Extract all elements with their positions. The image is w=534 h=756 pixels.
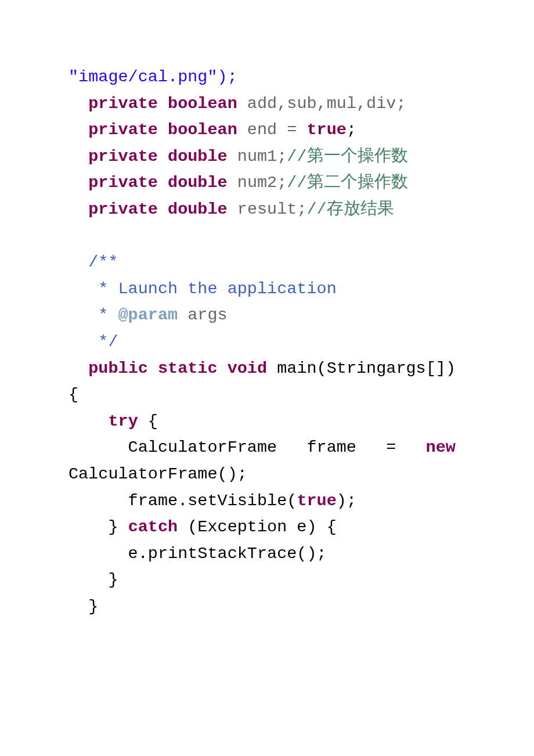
code-line-4: private double num1;//第一个操作数 xyxy=(68,143,466,170)
identifier-num1: num1; xyxy=(228,147,287,166)
javadoc-close: */ xyxy=(68,332,118,351)
semicolon: ; xyxy=(347,120,356,139)
comment-num2: //第二个操作数 xyxy=(287,173,407,192)
main-right: args[]) xyxy=(386,355,466,382)
try-brace: { xyxy=(138,412,158,431)
newframe-left: CalculatorFrame xyxy=(68,434,277,461)
keyword-true: true xyxy=(297,491,336,510)
keyword-public-static-void: public static void xyxy=(88,359,267,378)
identifier-end: end = xyxy=(237,120,307,139)
code-page: "image/cal.png"); private boolean add,su… xyxy=(0,0,534,620)
newframe-mid1: frame xyxy=(306,434,356,461)
string-literal: "image/cal.png"); xyxy=(68,67,237,87)
javadoc-open: /** xyxy=(68,253,118,272)
setvisible-line: frame.setVisible(true); xyxy=(68,488,466,514)
keyword-private-boolean: private boolean xyxy=(88,94,237,113)
pst: e.printStackTrace(); xyxy=(68,544,327,563)
ctor-line: CalculatorFrame(); xyxy=(68,461,466,488)
javadoc-line-3: * @param args xyxy=(68,302,466,329)
javadoc-line-1: /** xyxy=(68,249,466,276)
keyword-catch: catch xyxy=(128,517,178,537)
code-line-1: "image/cal.png"); xyxy=(68,64,466,91)
newframe-mid2: = xyxy=(386,434,396,461)
identifier-fields: add,sub,mul,div; xyxy=(237,94,406,113)
javadoc-prefix: * xyxy=(68,305,118,325)
code-line-5: private double num2;//第二个操作数 xyxy=(68,170,466,196)
comment-num1: //第一个操作数 xyxy=(287,147,407,166)
javadoc-line-4: */ xyxy=(68,329,466,355)
main-method-sig: public static void main(Stringargs[]) xyxy=(68,355,466,382)
keyword-new: new xyxy=(426,438,456,457)
javadoc-tag-param: @param xyxy=(118,305,178,325)
keyword-private-boolean: private boolean xyxy=(88,120,237,139)
catch-pre: } xyxy=(68,517,128,537)
comment-result: //存放结果 xyxy=(307,200,394,219)
constructor-call: CalculatorFrame(); xyxy=(68,465,247,484)
printstacktrace-line: e.printStackTrace(); xyxy=(68,541,466,567)
new-frame-line: CalculatorFrameframe=new xyxy=(68,434,466,461)
identifier-result: result; xyxy=(228,200,307,219)
catch-rest: (Exception e) { xyxy=(178,517,337,537)
setvisible-pre: frame.setVisible( xyxy=(68,491,297,510)
brace: } xyxy=(68,570,118,589)
keyword-private-double: private double xyxy=(88,173,227,192)
main-left: main(String xyxy=(267,359,386,378)
setvisible-end: ); xyxy=(337,491,356,510)
brace: } xyxy=(68,597,98,616)
javadoc-line-2: * Launch the application xyxy=(68,276,466,303)
open-brace: { xyxy=(68,381,466,408)
keyword-try: try xyxy=(108,412,138,431)
keyword-true: true xyxy=(307,120,347,139)
code-line-6: private double result;//存放结果 xyxy=(68,196,466,223)
indent xyxy=(68,412,108,431)
brace: { xyxy=(68,385,78,404)
code-line-2: private boolean add,sub,mul,div; xyxy=(68,91,466,117)
code-line-3: private boolean end = true; xyxy=(68,117,466,143)
try-line: try { xyxy=(68,408,466,435)
close-brace-2: } xyxy=(68,593,466,620)
javadoc-text: * Launch the application xyxy=(68,279,337,298)
keyword-private-double: private double xyxy=(88,147,227,166)
catch-line: } catch (Exception e) { xyxy=(68,514,466,541)
close-brace-1: } xyxy=(68,567,466,593)
javadoc-args: args xyxy=(178,305,228,325)
keyword-private-double: private double xyxy=(88,200,227,219)
identifier-num2: num2; xyxy=(228,173,287,192)
blank-line xyxy=(68,223,466,250)
